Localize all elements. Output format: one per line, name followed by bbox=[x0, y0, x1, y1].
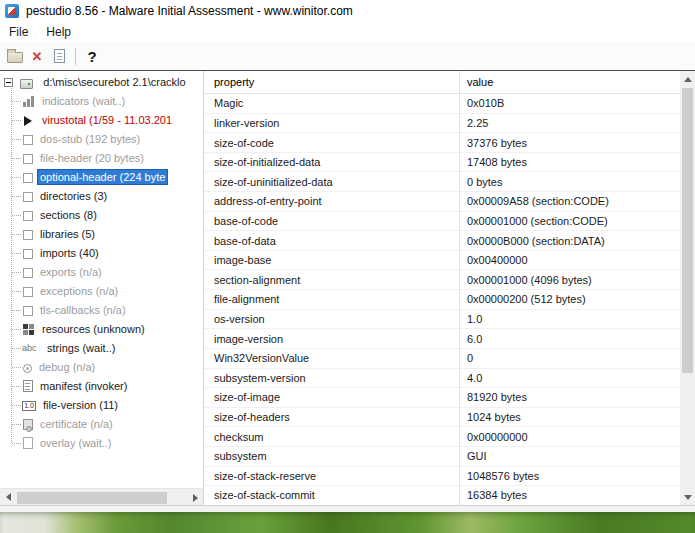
table-row[interactable]: file-alignment0x00000200 (512 bytes) bbox=[204, 290, 680, 310]
tree-item-label: sections (8) bbox=[38, 208, 99, 222]
tree-item-libraries[interactable]: libraries (5) bbox=[0, 225, 203, 244]
table-row[interactable]: image-base0x00400000 bbox=[204, 251, 680, 271]
vertical-scrollbar[interactable] bbox=[680, 71, 695, 505]
table-row[interactable]: size-of-image81920 bytes bbox=[204, 388, 680, 408]
horizontal-scrollbar[interactable] bbox=[0, 488, 204, 505]
value-column-header[interactable]: value bbox=[459, 76, 680, 88]
property-cell: size-of-uninitialized-data bbox=[204, 176, 459, 188]
table-row[interactable]: size-of-stack-commit16384 bytes bbox=[204, 486, 680, 505]
tree-item-file-header[interactable]: file-header (20 bytes) bbox=[0, 149, 203, 168]
title-bar[interactable]: pestudio 8.56 - Malware Initial Assessme… bbox=[0, 0, 695, 22]
column-divider[interactable] bbox=[459, 71, 460, 505]
tree-connector bbox=[12, 177, 21, 178]
checkbox-icon bbox=[23, 287, 33, 297]
table-row[interactable]: os-version1.0 bbox=[204, 310, 680, 330]
tree-item-overlay[interactable]: overlay (wait..) bbox=[0, 434, 203, 453]
table-row[interactable]: subsystem-version4.0 bbox=[204, 369, 680, 389]
bar-chart-icon bbox=[22, 95, 35, 108]
left-arrow-icon bbox=[6, 493, 11, 501]
table-row[interactable]: Win32VersionValue0 bbox=[204, 349, 680, 369]
value-cell: 6.0 bbox=[459, 333, 680, 345]
tree-item-strings[interactable]: strings (wait..) bbox=[0, 339, 203, 358]
table-row[interactable]: subsystemGUI bbox=[204, 447, 680, 467]
property-cell: subsystem bbox=[204, 450, 459, 462]
h-scroll-thumb[interactable] bbox=[17, 492, 167, 504]
checkbox-icon bbox=[23, 211, 33, 221]
collapse-expander-icon[interactable] bbox=[4, 78, 13, 87]
table-row[interactable]: section-alignment0x00001000 (4096 bytes) bbox=[204, 270, 680, 290]
table-row[interactable]: size-of-code37376 bytes bbox=[204, 133, 680, 153]
tree-item-directories[interactable]: directories (3) bbox=[0, 187, 203, 206]
tree-root[interactable]: d:\misc\securebot 2.1\cracklo bbox=[0, 73, 203, 92]
checkbox-icon bbox=[23, 135, 33, 145]
tree-item-certificate[interactable]: certificate (n/a) bbox=[0, 415, 203, 434]
value-cell: 0 bbox=[459, 352, 680, 364]
tree-connector bbox=[12, 405, 21, 406]
right-arrow-icon bbox=[193, 494, 198, 502]
tree-item-exceptions[interactable]: exceptions (n/a) bbox=[0, 282, 203, 301]
tree-item-manifest[interactable]: manifest (invoker) bbox=[0, 377, 203, 396]
value-cell: 17408 bytes bbox=[459, 156, 680, 168]
value-cell: GUI bbox=[459, 450, 680, 462]
menu-help[interactable]: Help bbox=[37, 22, 80, 42]
table-row[interactable]: size-of-initialized-data17408 bytes bbox=[204, 153, 680, 173]
tree-item-optional-header[interactable]: optional-header (224 byte bbox=[0, 168, 203, 187]
property-cell: section-alignment bbox=[204, 274, 459, 286]
report-document-icon bbox=[54, 49, 65, 63]
scroll-left-button[interactable] bbox=[0, 489, 17, 505]
table-row[interactable]: size-of-stack-reserve1048576 bytes bbox=[204, 467, 680, 487]
menu-file[interactable]: File bbox=[0, 22, 37, 42]
value-cell: 1024 bytes bbox=[459, 411, 680, 423]
checkbox-icon bbox=[23, 268, 33, 278]
close-file-button[interactable] bbox=[26, 45, 48, 67]
tree-item-debug[interactable]: debug (n/a) bbox=[0, 358, 203, 377]
property-cell: subsystem-version bbox=[204, 372, 459, 384]
tree-item-label: manifest (invoker) bbox=[38, 379, 129, 393]
table-row[interactable]: Magic0x010B bbox=[204, 94, 680, 114]
tree-item-resources[interactable]: resources (unknown) bbox=[0, 320, 203, 339]
report-button[interactable] bbox=[48, 45, 70, 67]
tree-item-label: exceptions (n/a) bbox=[38, 284, 120, 298]
tree-item-label: certificate (n/a) bbox=[38, 417, 115, 431]
tree-item-file-version[interactable]: file-version (11) bbox=[0, 396, 203, 415]
table-row[interactable]: base-of-data0x0000B000 (section:DATA) bbox=[204, 231, 680, 251]
value-cell: 1.0 bbox=[459, 313, 680, 325]
table-row[interactable]: address-of-entry-point0x00009A58 (sectio… bbox=[204, 192, 680, 212]
tree-item-label: indicators (wait..) bbox=[40, 94, 127, 108]
scroll-down-button[interactable] bbox=[680, 489, 695, 505]
table-row[interactable]: linker-version2.25 bbox=[204, 114, 680, 134]
page-icon bbox=[23, 437, 33, 449]
tree-item-exports[interactable]: exports (n/a) bbox=[0, 263, 203, 282]
tree-item-imports[interactable]: imports (40) bbox=[0, 244, 203, 263]
tree-item-virustotal[interactable]: virustotal (1/59 - 11.03.201 bbox=[0, 111, 203, 130]
property-cell: size-of-code bbox=[204, 137, 459, 149]
property-cell: base-of-code bbox=[204, 215, 459, 227]
menu-bar: File Help bbox=[0, 22, 695, 42]
help-button[interactable] bbox=[81, 45, 103, 67]
open-file-button[interactable] bbox=[4, 45, 26, 67]
pestudio-window: pestudio 8.56 - Malware Initial Assessme… bbox=[0, 0, 695, 533]
tree-item-label: dos-stub (192 bytes) bbox=[38, 132, 142, 146]
checkbox-icon bbox=[23, 154, 33, 164]
tree-item-dos-stub[interactable]: dos-stub (192 bytes) bbox=[0, 130, 203, 149]
tree-item-label: strings (wait..) bbox=[45, 341, 117, 355]
scroll-right-button[interactable] bbox=[187, 490, 204, 505]
tree-item-sections[interactable]: sections (8) bbox=[0, 206, 203, 225]
tree-connector bbox=[12, 234, 21, 235]
table-row[interactable]: size-of-uninitialized-data0 bytes bbox=[204, 172, 680, 192]
toolbar-separator bbox=[75, 48, 76, 65]
scroll-up-button[interactable] bbox=[680, 71, 695, 87]
up-arrow-icon bbox=[684, 77, 692, 82]
open-folder-icon bbox=[7, 52, 23, 63]
property-column-header[interactable]: property bbox=[204, 76, 459, 88]
table-row[interactable]: image-version6.0 bbox=[204, 329, 680, 349]
tree-item-indicators[interactable]: indicators (wait..) bbox=[0, 92, 203, 111]
table-row[interactable]: checksum0x00000000 bbox=[204, 427, 680, 447]
value-cell: 0x0000B000 (section:DATA) bbox=[459, 235, 680, 247]
table-row[interactable]: base-of-code0x00001000 (section:CODE) bbox=[204, 212, 680, 232]
tree-item-tls-callbacks[interactable]: tls-callbacks (n/a) bbox=[0, 301, 203, 320]
arrow-icon bbox=[22, 114, 35, 127]
table-row[interactable]: size-of-headers1024 bytes bbox=[204, 408, 680, 428]
pestudio-app-icon bbox=[5, 4, 19, 18]
v-scroll-thumb[interactable] bbox=[682, 88, 693, 373]
